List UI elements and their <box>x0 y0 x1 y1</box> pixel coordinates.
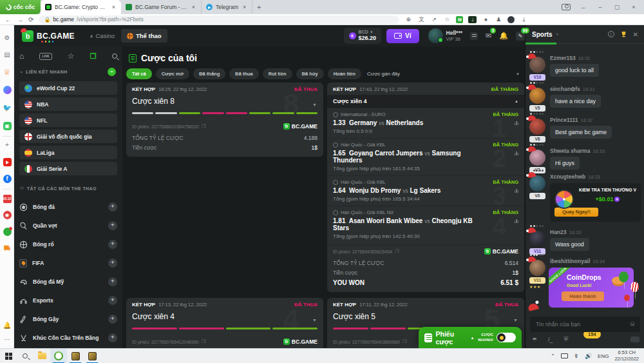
tab-close-icon[interactable]: × <box>191 4 196 10</box>
slash-command-icon[interactable]: /​_ <box>548 337 553 343</box>
expand-plus-button[interactable]: + <box>108 240 117 249</box>
display-icon[interactable] <box>561 353 568 358</box>
stats-icon[interactable] <box>515 121 519 125</box>
copy-icon[interactable]: ❐ <box>395 249 399 254</box>
avatar[interactable] <box>529 88 545 104</box>
calendar-icon[interactable]: 25.12 <box>0 194 14 203</box>
savings-extension-icon[interactable]: M <box>456 16 463 23</box>
translate-icon[interactable]: 文 <box>417 15 425 24</box>
session-restore-icon[interactable]: ← <box>580 4 587 10</box>
currency-selector[interactable]: ¢ BCD ▼$26.20 <box>344 28 382 43</box>
language-indicator[interactable]: ENG <box>598 353 609 359</box>
copy-icon[interactable]: ❐ <box>202 124 205 129</box>
expand-plus-button[interactable]: + <box>108 277 117 286</box>
info-icon[interactable]: i <box>608 31 614 37</box>
avatar[interactable] <box>529 175 545 191</box>
sidebar-item-tennis[interactable]: Quần vợt+ <box>19 219 117 233</box>
newsfeed-icon[interactable]: ▤ <box>0 51 14 58</box>
stats-icon[interactable] <box>515 189 519 193</box>
rules-icon[interactable]: ⛨ <box>564 336 569 343</box>
sidebar-item-icehockey[interactable]: Khúc Côn Cầu Trên Băng+ <box>19 331 117 345</box>
quick-link-laliga[interactable]: LaLiga <box>19 146 117 159</box>
stats-icon[interactable] <box>515 152 519 155</box>
bet-card-expanded[interactable]: KẾT HỢP17:43, 22 thg 12, 2022ĐÃ THẮNG Cư… <box>327 83 524 292</box>
avatar[interactable] <box>529 119 545 135</box>
chat-toggle-icon[interactable]: ✎99 <box>516 32 525 41</box>
copy-icon[interactable]: ❐ <box>202 339 205 344</box>
tab-forum[interactable]: BC.Game Forum - A Cryptoc× <box>121 0 202 14</box>
speaker-icon[interactable]: 🔊 <box>585 353 592 359</box>
add-shortcut-icon[interactable]: + <box>0 141 14 148</box>
red-app-icon[interactable]: ◉ <box>0 211 14 219</box>
share-icon[interactable]: ↗ <box>430 16 438 23</box>
filter-cashout[interactable]: Rút tiền <box>263 68 292 79</box>
close-icon[interactable]: ✕ <box>633 31 638 38</box>
facebook-icon[interactable]: f <box>0 175 14 183</box>
wallet-button[interactable]: Ví <box>386 29 419 43</box>
live-icon[interactable]: LIVE <box>39 53 52 60</box>
sidebar-item-fifa[interactable]: FIFA+ <box>19 256 117 270</box>
filter-lost[interactable]: Đã thua <box>229 68 259 79</box>
chevron-right-icon[interactable]: › <box>556 31 558 37</box>
bell-icon[interactable]: 🔔 <box>0 322 14 329</box>
chat-username[interactable]: ibeshittinonyail <box>550 258 590 264</box>
tab-close-icon[interactable]: × <box>111 4 117 10</box>
spin-now-button[interactable]: Quay Ngay!! <box>554 208 598 217</box>
trophy-icon[interactable] <box>620 31 627 38</box>
copy-icon[interactable]: ❐ <box>402 339 406 344</box>
expand-plus-button[interactable]: + <box>108 221 117 230</box>
chat-username[interactable]: sinchan✿fs <box>550 86 580 92</box>
filter-won[interactable]: Đã thắng <box>193 68 225 79</box>
avatar[interactable] <box>529 150 545 166</box>
stats-icon[interactable] <box>515 219 519 223</box>
user-info[interactable]: Hell***VIP 36 <box>446 30 463 42</box>
coccoc-logo[interactable]: cốc cốc <box>0 0 41 14</box>
gear-icon[interactable]: ⚙ <box>0 34 14 41</box>
start-button[interactable] <box>0 349 17 363</box>
gamepad-icon[interactable]: ▣ <box>0 122 14 130</box>
chat-tab-sports[interactable]: Sports <box>532 31 553 38</box>
avatar[interactable] <box>529 260 545 276</box>
back-button[interactable]: ← <box>5 16 12 23</box>
expand-plus-button[interactable]: + <box>108 202 117 211</box>
bet-slip-button[interactable]: Phiếu cược ▲ CƯỢCNHANH! <box>419 327 522 348</box>
maximize-button[interactable]: ▢ <box>613 4 621 10</box>
shopping-cart-icon[interactable]: ⛟ <box>0 244 14 252</box>
expand-plus-button[interactable]: + <box>108 315 117 324</box>
expand-caret-icon[interactable]: ▼ <box>312 318 317 322</box>
tab-close-icon[interactable]: × <box>242 4 247 10</box>
coin-rain-icon[interactable]: ☂ <box>532 337 537 343</box>
nav-casino[interactable]: ♦Casino <box>90 32 115 39</box>
bet-list-icon[interactable] <box>470 32 478 40</box>
sidebar-item-amfootball[interactable]: Bóng đá Mỹ+ <box>19 275 117 289</box>
avatar[interactable] <box>529 231 545 247</box>
quick-link-nba[interactable]: NBA <box>19 97 117 111</box>
save-page-icon[interactable]: ⊕ <box>404 16 412 23</box>
sidebar-item-esports[interactable]: Esports+ <box>19 293 117 308</box>
close-button[interactable]: × <box>630 4 638 10</box>
bet-card[interactable]: KẾT HỢP17:13, 22 thg 12, 2022ĐÃ THUA Cượ… <box>126 298 323 348</box>
show-hidden-icons[interactable]: ⌃ <box>551 353 555 359</box>
expand-plus-button[interactable]: + <box>108 333 117 342</box>
quick-link-eworldcup[interactable]: eWorld Cup 22 <box>19 81 117 95</box>
chat-username[interactable]: Ezmer153 <box>550 55 576 61</box>
home-icon[interactable]: ⌂ <box>19 52 24 61</box>
microphone-icon[interactable]: 🎙 <box>574 353 579 359</box>
forward-button[interactable]: → <box>17 16 23 23</box>
game-app-button[interactable] <box>84 349 100 363</box>
collapse-caret-icon[interactable]: ▲ <box>515 99 518 103</box>
tab-bcgame[interactable]: BC.Game: Crypto Casino Gan× <box>41 0 121 14</box>
mail-icon[interactable]: ✉5 <box>486 32 491 40</box>
url-field[interactable]: 🔒 bc.game/vi/sports?bt-path=%2Fbets <box>39 15 399 24</box>
expand-plus-button[interactable]: + <box>108 259 117 268</box>
chat-username[interactable]: Shweta sharma <box>550 148 590 154</box>
complete-button[interactable]: Hoàn thành <box>562 291 604 301</box>
filter-all[interactable]: Tất cả <box>126 68 152 79</box>
profile-avatar-icon[interactable] <box>507 16 515 23</box>
sidebar-item-cricket[interactable]: Bóng Gậy+ <box>19 312 117 326</box>
quick-link-premier[interactable]: Giải vô địch quốc gia <box>19 130 117 143</box>
expand-plus-button[interactable]: + <box>108 296 117 305</box>
capture-icon[interactable] <box>562 4 571 10</box>
sports-app-icon[interactable] <box>0 228 14 237</box>
my-bets-icon[interactable]: ❒ <box>90 52 97 61</box>
